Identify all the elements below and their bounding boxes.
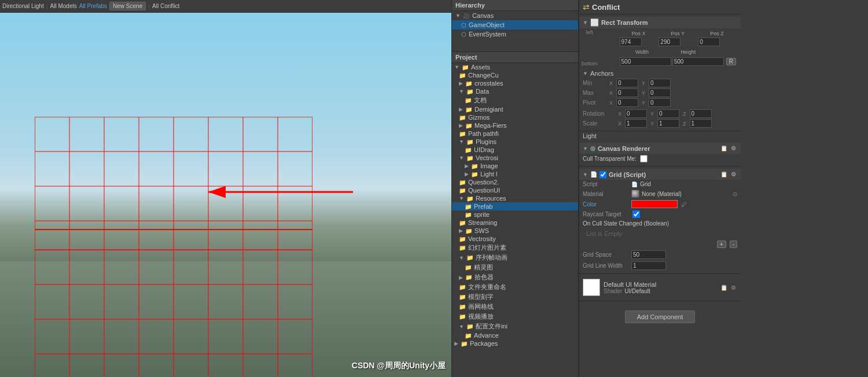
material-select-icon[interactable]: ⊙ (733, 191, 737, 197)
rot-z-input[interactable] (690, 109, 712, 118)
all-prefabs-btn[interactable]: All Prefabs (79, 3, 107, 9)
raycast-checkbox[interactable] (632, 210, 640, 218)
mat-info: Default UI Material Shader UI/Default (604, 281, 656, 294)
project-pathfi[interactable]: 📁 Path pathfi (452, 130, 578, 138)
r-button[interactable]: R (726, 58, 736, 65)
plugins-folder-icon: 📁 (466, 139, 473, 145)
hierarchy-item-eventsystem[interactable]: ⬡ EventSystem (452, 29, 578, 39)
project-vectrosity[interactable]: 📁 Vectrosity (452, 235, 578, 243)
project-vectrosi[interactable]: ▼ 📁 Vectrosi (452, 154, 578, 162)
hierarchy-item-gameobject[interactable]: ⬡ GameObject (452, 20, 578, 29)
hierarchy-item-canvas[interactable]: ▼ 🎥 Canvas (452, 11, 578, 20)
cull-checkbox[interactable] (640, 155, 648, 162)
anchors-header[interactable]: ▼ Anchors (579, 69, 741, 78)
default-material-section: Default UI Material Shader UI/Default 📋 … (579, 274, 741, 301)
project-questionui[interactable]: 📁 QuestionUI (452, 186, 578, 194)
project-changeCu[interactable]: 📁 ChangeCu (452, 71, 578, 79)
project-file-rename[interactable]: 📁 文件夹重命名 (452, 282, 578, 292)
project-color[interactable]: ▶ 📁 拾色器 (452, 272, 578, 282)
scale-y-input[interactable] (657, 119, 679, 128)
project-uidrag[interactable]: 📁 UIDrag (452, 146, 578, 154)
project-grid-lines[interactable]: 📁 画网格线 (452, 302, 578, 312)
project-question2[interactable]: 📁 Question2. (452, 178, 578, 186)
crosstales-arrow: ▶ (459, 80, 463, 86)
add-component-btn[interactable]: Add Component (625, 311, 696, 323)
project-wendang[interactable]: 📁 文档 (452, 95, 578, 105)
project-sprite[interactable]: 📁 sprite (452, 210, 578, 219)
eventsystem-label: EventSystem (469, 31, 506, 38)
rot-x-input[interactable] (625, 109, 647, 118)
project-plugins[interactable]: ▼ 📁 Plugins (452, 138, 578, 146)
canvas-renderer-header[interactable]: ▼ ◎ Canvas Renderer 📋 ⚙ (579, 143, 741, 154)
grid-script-icon1[interactable]: 📋 (719, 171, 729, 178)
canvas-renderer-icon1[interactable]: 📋 (719, 145, 729, 152)
project-advance[interactable]: 📁 Advance (452, 331, 578, 339)
light-label: Light (583, 132, 597, 139)
color-picker-icon[interactable]: 🖊 (681, 201, 687, 208)
pivot-y-input[interactable] (649, 98, 671, 107)
default-mat-icon2[interactable]: ⚙ (730, 284, 737, 291)
grid-script-icon2[interactable]: ⚙ (730, 171, 737, 178)
project-video[interactable]: 📁 视频播放 (452, 312, 578, 321)
scale-x-input[interactable] (625, 119, 647, 128)
project-packages[interactable]: ▶ 📁 Packages (452, 339, 578, 348)
canvas-renderer-icon2[interactable]: ⚙ (730, 145, 737, 152)
project-sequence[interactable]: ▼ 📁 序列帧动画 (452, 253, 578, 263)
project-streaming[interactable]: 📁 Streaming (452, 219, 578, 227)
project-lightl[interactable]: ▶ 📁 Light l (452, 170, 578, 178)
project-model[interactable]: 📁 模型刻字 (452, 292, 578, 302)
project-resources[interactable]: ▼ 📁 Resources (452, 194, 578, 202)
gameobject-icon: ⬡ (461, 22, 466, 28)
project-crosstales[interactable]: ▶ 📁 crosstales (452, 79, 578, 87)
grid-script-checkbox[interactable] (599, 171, 606, 178)
posx-input[interactable] (620, 38, 642, 46)
project-slides[interactable]: 📁 幻灯片图片素 (452, 243, 578, 253)
project-sws[interactable]: ▶ 📁 SWS (452, 227, 578, 235)
project-data[interactable]: ▼ 📁 Data (452, 87, 578, 95)
pivot-x-input[interactable] (616, 98, 638, 107)
list-add-btn[interactable]: + (717, 241, 726, 248)
grid-space-input[interactable] (631, 250, 666, 259)
image-arrow: ▶ (465, 163, 469, 169)
color-row: Color 🖊 (579, 199, 741, 209)
pivot-label: Pivot (583, 99, 606, 106)
project-prefab[interactable]: 📁 Prefab (452, 202, 578, 210)
grid-script-icon: 📄 (590, 171, 597, 178)
vectrosi-arrow: ▼ (459, 155, 464, 161)
material-preview-icon (631, 190, 639, 198)
project-assets[interactable]: ▼ 📁 Assets (452, 63, 578, 71)
canvas-renderer-expand: ▼ (583, 146, 588, 151)
wendang-folder-icon: 📁 (465, 97, 472, 104)
min-x-input[interactable] (616, 79, 638, 87)
posz-input[interactable] (698, 38, 720, 46)
project-config[interactable]: ▼ 📁 配置文件ini (452, 321, 578, 331)
project-image[interactable]: ▶ 📁 Image (452, 162, 578, 170)
watermark: CSDN @周周的Unity小屋 (352, 361, 446, 371)
height-input[interactable] (672, 57, 724, 66)
project-sprite2[interactable]: 📁 精灵图 (452, 263, 578, 272)
list-remove-btn[interactable]: - (730, 241, 737, 248)
posy-input[interactable] (659, 38, 681, 46)
color-swatch[interactable] (631, 200, 678, 208)
script-icon: 📄 (631, 182, 638, 187)
rot-z-label: Z (683, 111, 686, 117)
max-y-input[interactable] (649, 88, 671, 97)
grid-script-header[interactable]: ▼ 📄 Grid (Script) 📋 ⚙ (579, 169, 741, 180)
scale-y-label: Y (650, 121, 654, 127)
project-gizmos[interactable]: 📁 Gizmos (452, 113, 578, 121)
rot-y-input[interactable] (657, 109, 679, 118)
width-input[interactable] (620, 57, 671, 66)
new-scene-btn[interactable]: New Scene (109, 2, 146, 10)
rect-transform-header[interactable]: ▼ ⬜ Rect Transform (579, 17, 741, 28)
project-demigiant[interactable]: ▶ 📁 Demigiant (452, 105, 578, 113)
max-x-input[interactable] (616, 88, 638, 97)
grid-line-width-input[interactable] (631, 261, 666, 270)
project-mega[interactable]: ▶ 📁 Mega-Fiers (452, 121, 578, 130)
gizmos-label: Gizmos (468, 114, 490, 121)
min-y-input[interactable] (649, 79, 671, 87)
script-value: Grid (640, 181, 651, 187)
vectrosity-label: Vectrosity (468, 235, 496, 242)
scale-z-input[interactable] (690, 119, 712, 128)
default-mat-icon1[interactable]: 📋 (719, 284, 729, 291)
anchors-section: ▼ Anchors Min X Y Max X Y Pivot X (579, 68, 741, 109)
